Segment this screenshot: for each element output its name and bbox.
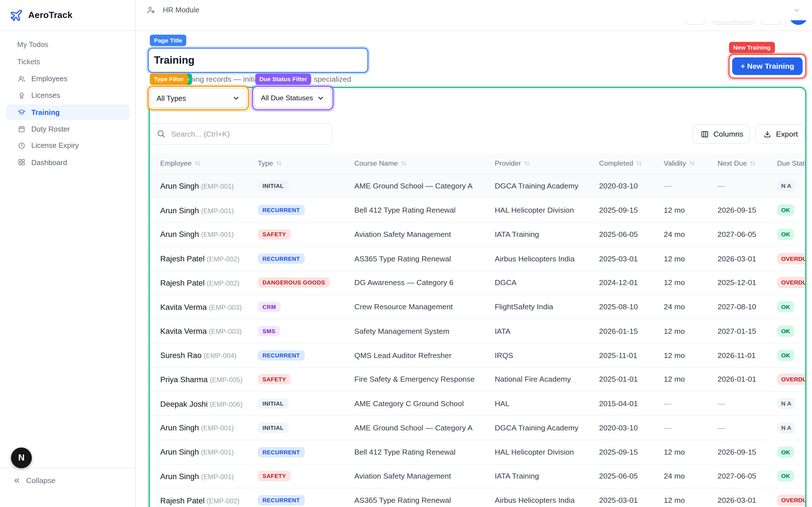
- provider: FlightSafety India: [485, 295, 589, 319]
- sidebar-item-tickets[interactable]: Tickets: [0, 53, 135, 70]
- completed-date: 2020-03-10: [589, 174, 654, 198]
- sidebar-item-label: Tickets: [17, 57, 40, 66]
- type-badge: SMS: [258, 326, 280, 336]
- type-badge: RECURRENT: [258, 253, 305, 264]
- course-name: AS365 Type Rating Renewal: [344, 246, 485, 271]
- employee-id: (EMP-005): [210, 376, 243, 384]
- provider: HAL Helicopter Division: [485, 198, 589, 222]
- table-row[interactable]: Rajesh Patel (EMP-002) RECURRENT AS365 T…: [150, 488, 805, 507]
- table-row[interactable]: Arun Singh (EMP-001) INITIAL AME Ground …: [150, 416, 805, 440]
- app-name: AeroTrack: [28, 10, 72, 20]
- sidebar-item-hr-module[interactable]: HR Module: [136, 0, 812, 20]
- search-input[interactable]: [150, 123, 333, 145]
- column-header-completed[interactable]: Completed: [589, 153, 654, 174]
- nextjs-dev-badge[interactable]: N: [11, 448, 32, 468]
- table-row[interactable]: Kavita Verma (EMP-003) SMS Safety Manage…: [150, 319, 805, 343]
- type-filter-select[interactable]: All Types: [150, 88, 247, 108]
- provider: DGCA: [485, 271, 589, 295]
- grid-icon: [18, 158, 26, 166]
- new-training-button[interactable]: + New Training: [732, 57, 803, 75]
- column-header-provider[interactable]: Provider: [485, 153, 589, 174]
- provider: IATA Training: [485, 464, 589, 489]
- course-name: Bell 412 Type Rating Renewal: [344, 198, 485, 222]
- validity: 12 mo: [653, 319, 707, 343]
- annotation-type-filter-box: All Types: [148, 86, 249, 110]
- table-row[interactable]: Rajesh Patel (EMP-002) DANGEROUS GOODS D…: [150, 271, 805, 295]
- employee-id: (EMP-004): [204, 352, 236, 360]
- type-filter-value: All Types: [156, 94, 186, 102]
- validity: 12 mo: [653, 198, 707, 222]
- completed-date: 2024-12-01: [589, 271, 654, 295]
- table-row[interactable]: Suresh Rao (EMP-004) RECURRENT QMS Lead …: [150, 343, 805, 367]
- column-header-validity[interactable]: Validity: [653, 153, 707, 174]
- course-name: Aviation Safety Management: [344, 464, 485, 489]
- due-status-filter-select[interactable]: All Due Statuses: [254, 88, 331, 108]
- due-status-badge: OVERDUE: [777, 374, 805, 385]
- course-name: AME Ground School — Category A: [344, 416, 485, 440]
- next-due-date: 2027-01-15: [707, 319, 767, 343]
- columns-button[interactable]: Columns: [693, 124, 750, 144]
- annotation-due-status-filter-badge: Due Status Filter: [255, 73, 311, 85]
- sidebar-item-dashboard[interactable]: Dashboard: [0, 154, 135, 170]
- table-header-row: EmployeeTypeCourse NameProviderCompleted…: [150, 153, 805, 174]
- completed-date: 2020-03-10: [589, 416, 654, 440]
- type-badge: RECURRENT: [258, 495, 305, 506]
- column-header-due-status[interactable]: Due Status: [767, 153, 805, 174]
- sidebar: AeroTrack DashboardMy TodosTicketsMaster…: [0, 0, 136, 507]
- employee-id: (EMP-006): [210, 400, 243, 408]
- completed-date: 2025-11-01: [589, 343, 654, 367]
- table-row[interactable]: Rajesh Patel (EMP-002) RECURRENT AS365 T…: [150, 246, 805, 271]
- column-header-employee[interactable]: Employee: [150, 153, 247, 174]
- table-row[interactable]: Arun Singh (EMP-001) INITIAL AME Ground …: [150, 174, 805, 198]
- course-name: AS365 Type Rating Renewal: [344, 488, 485, 507]
- next-due-date: —: [707, 416, 767, 440]
- column-header-course-name[interactable]: Course Name: [344, 153, 485, 174]
- provider: DGCA Training Academy: [485, 174, 589, 198]
- validity: 24 mo: [653, 222, 707, 246]
- validity: 24 mo: [653, 295, 707, 319]
- table-row[interactable]: Arun Singh (EMP-001) SAFETY Aviation Saf…: [150, 222, 805, 246]
- employee-name: Arun Singh: [160, 230, 199, 238]
- employee-name: Arun Singh: [160, 206, 199, 214]
- next-due-date: —: [707, 174, 767, 198]
- table-row[interactable]: Deepak Joshi (EMP-006) INITIAL AME Categ…: [150, 392, 805, 416]
- table-row[interactable]: Arun Singh (EMP-001) RECURRENT Bell 412 …: [150, 440, 805, 464]
- table-row[interactable]: Priya Sharma (EMP-005) SAFETY Fire Safet…: [150, 367, 805, 392]
- completed-date: 2025-09-15: [589, 440, 654, 464]
- sidebar-item-training[interactable]: Training: [0, 104, 135, 120]
- double-chevron-left-icon: [12, 476, 21, 485]
- employee-id: (EMP-001): [201, 449, 234, 457]
- sidebar-nav: DashboardMy TodosTicketsMastersProcureme…: [0, 31, 135, 171]
- sidebar-item-license-expiry[interactable]: License Expiry: [0, 137, 135, 154]
- page-title-box: Training: [148, 48, 368, 73]
- column-header-type[interactable]: Type: [247, 153, 344, 174]
- employee-name: Kavita Verma: [160, 327, 207, 335]
- type-badge: SAFETY: [258, 471, 291, 482]
- annotation-new-training-box: + New Training: [728, 54, 806, 78]
- sidebar-collapse-button[interactable]: Collapse: [12, 476, 56, 485]
- completed-date: 2025-01-01: [589, 367, 654, 392]
- table-row[interactable]: Arun Singh (EMP-001) SAFETY Aviation Saf…: [150, 464, 805, 489]
- next-due-date: 2027-08-10: [707, 295, 767, 319]
- sidebar-item-duty-roster[interactable]: Duty Roster: [0, 121, 135, 137]
- type-badge: DANGEROUS GOODS: [258, 277, 329, 288]
- type-badge: INITIAL: [258, 398, 288, 409]
- sidebar-item-label: My Todos: [17, 40, 48, 48]
- type-badge: INITIAL: [258, 181, 288, 191]
- due-status-badge: OK: [777, 446, 795, 457]
- sidebar-item-label: Duty Roster: [31, 125, 70, 133]
- sidebar-item-licenses[interactable]: Licenses: [0, 87, 135, 104]
- annotation-type-filter-badge: Type Filter: [150, 73, 188, 85]
- sidebar-item-employees[interactable]: Employees: [0, 70, 135, 87]
- table-row[interactable]: Arun Singh (EMP-001) RECURRENT Bell 412 …: [150, 198, 805, 222]
- employee-name: Deepak Joshi: [160, 399, 207, 408]
- provider: Airbus Helicopters India: [485, 488, 589, 507]
- due-status-badge: OK: [777, 325, 795, 337]
- employee-id: (EMP-003): [209, 328, 242, 335]
- column-header-next-due[interactable]: Next Due: [707, 153, 767, 174]
- employee-id: (EMP-002): [207, 255, 239, 263]
- sidebar-item-my-todos[interactable]: My Todos: [0, 36, 135, 53]
- table-row[interactable]: Kavita Verma (EMP-003) CRM Crew Resource…: [150, 295, 805, 319]
- export-button[interactable]: Export: [755, 124, 805, 144]
- columns-label: Columns: [713, 130, 743, 138]
